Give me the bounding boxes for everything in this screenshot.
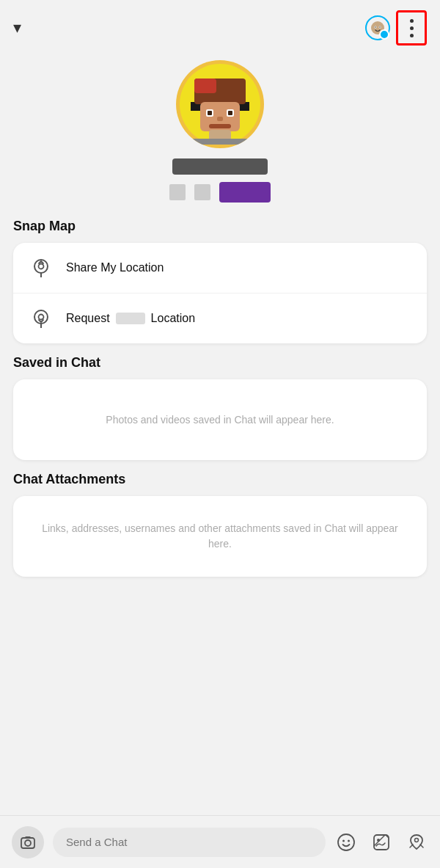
chat-attachments-empty-text: Links, addresses, usernames and other at…	[31, 521, 409, 552]
svg-point-27	[348, 839, 350, 842]
profile-meta	[169, 182, 271, 203]
svg-rect-22	[21, 838, 34, 848]
svg-rect-24	[25, 836, 31, 839]
emoji-button[interactable]	[334, 831, 358, 854]
chevron-down-icon[interactable]: ▾	[13, 18, 21, 37]
saved-in-chat-card: Photos and videos saved in Chat will app…	[13, 379, 427, 460]
share-location-icon	[28, 255, 54, 281]
send-chat-input[interactable]	[53, 828, 326, 857]
svg-point-25	[338, 834, 354, 850]
location-share-svg	[31, 258, 51, 278]
dot-2	[410, 26, 414, 30]
share-location-label: Share My Location	[66, 261, 164, 274]
svg-point-26	[342, 839, 345, 842]
snap-map-card: Share My Location Request Location	[13, 243, 427, 343]
svg-rect-14	[217, 117, 223, 121]
avatar[interactable]	[176, 60, 264, 148]
svg-point-31	[415, 838, 419, 842]
svg-point-3	[375, 26, 376, 28]
bitmoji-button[interactable]	[364, 14, 392, 42]
camera-icon	[20, 834, 36, 850]
svg-point-21	[39, 315, 44, 320]
svg-rect-13	[228, 111, 232, 115]
snap-map-title: Snap Map	[13, 219, 427, 234]
saved-in-chat-title: Saved in Chat	[13, 355, 427, 371]
more-options-button[interactable]	[400, 14, 423, 42]
svg-point-0	[371, 21, 384, 34]
bitmoji-circle	[365, 15, 390, 40]
sticker-icon	[372, 833, 391, 852]
chat-attachments-card: Links, addresses, usernames and other at…	[13, 496, 427, 577]
sticker-button[interactable]	[370, 831, 393, 854]
avatar-svg	[180, 64, 260, 145]
chat-attachments-title: Chat Attachments	[13, 472, 427, 487]
request-location-icon	[28, 305, 54, 332]
snap-map-section: Snap Map Share My Location	[0, 219, 440, 355]
snap-send-button[interactable]	[405, 831, 428, 854]
avatar-image	[176, 60, 264, 148]
name-blur-request	[116, 313, 145, 324]
location-request-svg	[31, 308, 51, 329]
chat-attachments-section: Chat Attachments Links, addresses, usern…	[0, 472, 440, 588]
svg-point-19	[39, 264, 44, 269]
request-suffix-text: Location	[151, 312, 196, 325]
camera-button[interactable]	[12, 826, 44, 858]
request-location-label: Request Location	[66, 312, 195, 325]
meta-square-2	[194, 184, 210, 200]
request-location-item[interactable]: Request Location	[13, 293, 427, 343]
svg-point-4	[379, 26, 381, 28]
share-location-item[interactable]: Share My Location	[13, 243, 427, 293]
bitmoji-svg	[370, 20, 386, 36]
svg-rect-8	[194, 79, 216, 93]
meta-square-1	[169, 184, 186, 200]
svg-point-23	[25, 840, 31, 846]
saved-in-chat-empty-text: Photos and videos saved in Chat will app…	[106, 412, 334, 428]
profile-section	[0, 53, 440, 219]
emoji-icon	[337, 833, 356, 852]
bottom-action-icons	[334, 831, 428, 854]
svg-rect-17	[187, 139, 253, 145]
username-bar	[172, 158, 268, 175]
svg-rect-12	[208, 111, 212, 115]
top-bar-right-actions	[364, 10, 427, 45]
bottom-bar	[0, 815, 440, 868]
more-options-highlight	[396, 10, 427, 45]
meta-badge-purple[interactable]	[219, 182, 271, 203]
request-label-text: Request	[66, 312, 110, 325]
svg-point-30	[377, 839, 380, 842]
svg-rect-28	[374, 835, 389, 850]
dot-1	[410, 19, 414, 23]
svg-rect-15	[209, 124, 231, 128]
top-bar: ▾	[0, 0, 440, 53]
rocket-icon	[407, 833, 426, 852]
saved-in-chat-section: Saved in Chat Photos and videos saved in…	[0, 355, 440, 472]
dot-3	[410, 34, 414, 37]
